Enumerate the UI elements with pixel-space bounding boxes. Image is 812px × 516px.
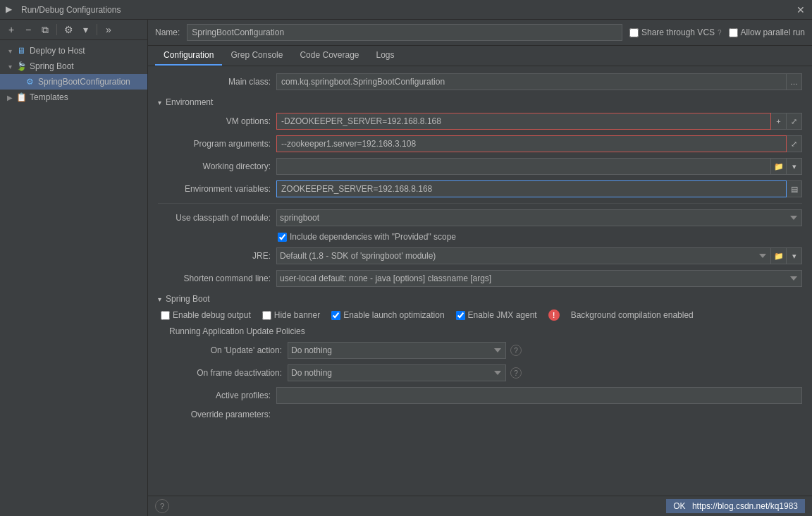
help-button[interactable]: ? — [155, 499, 169, 513]
classpath-select[interactable]: springboot — [276, 209, 802, 226]
template-icon: 📋 — [16, 92, 27, 103]
ok-link[interactable]: OK https://blog.csdn.net/kq1983 — [666, 499, 805, 513]
classpath-select-wrap: springboot — [276, 209, 802, 226]
program-args-more-button[interactable]: ⤢ — [787, 135, 802, 152]
vm-options-expand-button[interactable]: + — [771, 113, 787, 130]
include-deps-checkbox[interactable] — [278, 233, 287, 242]
active-profiles-row: Active profiles: — [158, 387, 802, 404]
vm-options-input[interactable] — [276, 113, 771, 130]
app-icon: ▶ — [6, 4, 17, 16]
env-vars-edit-button[interactable]: ▤ — [787, 180, 802, 197]
name-input[interactable] — [187, 24, 622, 41]
right-panel: Name: Share through VCS ? Allow parallel… — [148, 20, 812, 516]
divider-1 — [158, 203, 802, 204]
spring-boot-header: ▾ Spring Boot — [158, 294, 802, 304]
link-text: https://blog.csdn.net/kq1983 — [692, 501, 798, 511]
shorten-cmd-label: Shorten command line: — [158, 274, 271, 283]
override-params-label: Override parameters: — [158, 410, 271, 419]
running-policies-label: Running Application Update Policies — [169, 326, 802, 336]
main-class-label: Main class: — [158, 77, 271, 87]
bg-compilation-text: Background compilation enabled — [571, 310, 694, 320]
program-args-input[interactable] — [276, 135, 787, 152]
tab-code-coverage[interactable]: Code Coverage — [291, 46, 367, 66]
tree-item-spring-boot[interactable]: ▾ 🍃 Spring Boot — [0, 59, 147, 74]
warning-icon: ! — [548, 309, 560, 321]
working-dir-input-wrap: 📁 ▾ — [276, 158, 802, 175]
enable-debug-checkbox[interactable] — [161, 311, 170, 320]
toolbar-separator — [56, 24, 57, 35]
on-update-help-icon[interactable]: ? — [510, 345, 522, 356]
tree-item-deploy[interactable]: ▾ 🖥 Deploy to Host — [0, 43, 147, 59]
shorten-cmd-select[interactable]: user-local default: none - java [options… — [276, 270, 802, 287]
update-policies-section: Running Application Update Policies On '… — [158, 326, 802, 381]
jre-select[interactable]: Default (1.8 - SDK of 'springboot' modul… — [276, 247, 771, 264]
jre-arrow-button[interactable]: ▾ — [787, 247, 802, 264]
dialog-title: Run/Debug Configurations — [21, 5, 795, 15]
hide-banner-checkbox[interactable] — [262, 311, 271, 320]
jre-row: JRE: Default (1.8 - SDK of 'springboot' … — [158, 247, 802, 264]
settings-button[interactable]: ⚙ — [61, 23, 75, 37]
include-deps-row: Include dependencies with "Provided" sco… — [158, 232, 802, 242]
on-update-select-wrap: Do nothing Hot swap classes and update t… — [288, 342, 522, 359]
config-icon: ⚙ — [24, 76, 35, 87]
vm-options-input-wrap: + ⤢ — [276, 113, 802, 130]
environment-section-header: ▾ Environment — [158, 97, 802, 107]
on-frame-select[interactable]: Do nothing Hot swap classes and update t… — [288, 364, 506, 381]
copy-button[interactable]: ⧉ — [38, 23, 52, 37]
working-dir-arrow-button[interactable]: ▾ — [787, 158, 802, 175]
tab-grep-console[interactable]: Grep Console — [222, 46, 291, 66]
on-frame-help-icon[interactable]: ? — [510, 367, 522, 379]
shorten-cmd-row: Shorten command line: user-local default… — [158, 270, 802, 287]
main-class-input[interactable] — [276, 73, 787, 90]
on-update-select[interactable]: Do nothing Hot swap classes and update t… — [288, 342, 506, 359]
chevron-icon: ▾ — [6, 47, 14, 55]
include-deps-text: Include dependencies with "Provided" sco… — [290, 232, 456, 242]
tab-logs[interactable]: Logs — [368, 46, 403, 66]
left-panel: + − ⧉ ⚙ ▾ » ▾ 🖥 Deploy to Host ▾ 🍃 Sprin… — [0, 20, 148, 516]
content-area: Main class: … ▾ Environment VM options: … — [148, 66, 812, 496]
more-button[interactable]: » — [102, 23, 116, 37]
classpath-label: Use classpath of module: — [158, 213, 271, 223]
classpath-row: Use classpath of module: springboot — [158, 209, 802, 226]
main-class-browse-button[interactable]: … — [787, 73, 802, 90]
working-dir-folder-button[interactable]: 📁 — [771, 158, 787, 175]
tree-item-springbootconfig[interactable]: ⚙ SpringBootConfiguration — [0, 74, 147, 90]
enable-launch-checkbox[interactable] — [331, 311, 340, 320]
spring-boot-chevron-icon[interactable]: ▾ — [158, 295, 161, 303]
share-vcs-checkbox[interactable] — [629, 28, 639, 37]
name-label: Name: — [155, 27, 180, 37]
arrow-down-button[interactable]: ▾ — [78, 23, 92, 37]
tree-label-deploy: Deploy to Host — [30, 46, 85, 56]
env-chevron-icon[interactable]: ▾ — [158, 99, 161, 106]
on-frame-label: On frame deactivation: — [169, 368, 282, 378]
vm-options-label: VM options: — [158, 116, 271, 126]
tree-label-spring-boot: Spring Boot — [30, 61, 74, 71]
tab-configuration[interactable]: Configuration — [155, 46, 222, 66]
jre-folder-button[interactable]: 📁 — [771, 247, 787, 264]
allow-parallel-checkbox[interactable] — [729, 28, 738, 37]
vm-options-more-button[interactable]: ⤢ — [787, 113, 802, 130]
tree-item-templates[interactable]: ▶ 📋 Templates — [0, 90, 147, 105]
vm-options-row: VM options: + ⤢ — [158, 113, 802, 130]
close-button[interactable]: ✕ — [795, 4, 806, 16]
enable-jmx-checkbox[interactable] — [456, 311, 465, 320]
working-dir-input[interactable] — [276, 158, 771, 175]
env-vars-input-wrap: ▤ — [276, 180, 802, 197]
active-profiles-input[interactable] — [276, 387, 802, 404]
jre-label: JRE: — [158, 251, 271, 261]
program-args-row: Program arguments: ⤢ — [158, 135, 802, 152]
chevron-icon-spring: ▾ — [6, 62, 14, 70]
include-deps-label: Include dependencies with "Provided" sco… — [278, 232, 456, 242]
chevron-icon-templates: ▶ — [6, 93, 14, 102]
add-button[interactable]: + — [4, 23, 18, 37]
enable-jmx-label: Enable JMX agent — [456, 310, 537, 320]
remove-button[interactable]: − — [21, 23, 35, 37]
env-vars-input[interactable] — [276, 180, 787, 197]
share-vcs-help-icon[interactable]: ? — [718, 29, 722, 37]
title-bar: ▶ Run/Debug Configurations ✕ — [0, 0, 812, 20]
hide-banner-label: Hide banner — [262, 310, 320, 320]
env-vars-row: Environment variables: ▤ — [158, 180, 802, 197]
tabs-bar: Configuration Grep Console Code Coverage… — [148, 46, 812, 66]
main-class-row: Main class: … — [158, 73, 802, 90]
enable-launch-label: Enable launch optimization — [331, 310, 444, 320]
